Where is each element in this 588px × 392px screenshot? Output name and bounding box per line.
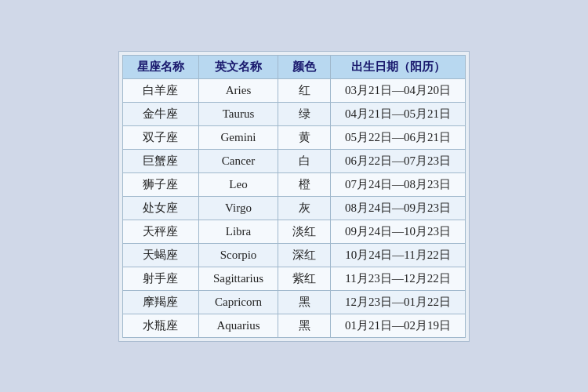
- table-header-row: 星座名称 英文名称 颜色 出生日期（阳历）: [122, 55, 465, 78]
- en-name-cell: Virgo: [198, 196, 278, 220]
- zh-name-cell: 金牛座: [122, 102, 198, 125]
- color-cell: 红: [278, 78, 331, 102]
- zh-name-cell: 天蝎座: [122, 243, 198, 267]
- date-cell: 01月21日—02月19日: [331, 314, 466, 337]
- zh-name-cell: 白羊座: [122, 78, 198, 102]
- date-cell: 06月22日—07月23日: [331, 149, 466, 172]
- en-name-cell: Taurus: [198, 102, 278, 125]
- zh-name-cell: 水瓶座: [122, 314, 198, 337]
- en-name-cell: Libra: [198, 220, 278, 243]
- en-name-cell: Aries: [198, 78, 278, 102]
- table-row: 摩羯座Capricorn黑12月23日—01月22日: [122, 290, 465, 314]
- table-row: 狮子座Leo橙07月24日—08月23日: [122, 172, 465, 196]
- zh-name-cell: 巨蟹座: [122, 149, 198, 172]
- en-name-cell: Gemini: [198, 125, 278, 149]
- color-cell: 黄: [278, 125, 331, 149]
- table-row: 双子座Gemini黄05月22日—06月21日: [122, 125, 465, 149]
- date-cell: 12月23日—01月22日: [331, 290, 466, 314]
- en-name-cell: Leo: [198, 172, 278, 196]
- zh-name-cell: 狮子座: [122, 172, 198, 196]
- date-cell: 08月24日—09月23日: [331, 196, 466, 220]
- color-cell: 深红: [278, 243, 331, 267]
- color-cell: 白: [278, 149, 331, 172]
- color-cell: 绿: [278, 102, 331, 125]
- header-date-range: 出生日期（阳历）: [331, 55, 466, 78]
- table-row: 天蝎座Scorpio深红10月24日—11月22日: [122, 243, 465, 267]
- en-name-cell: Sagittarius: [198, 267, 278, 290]
- table-row: 金牛座Taurus绿04月21日—05月21日: [122, 102, 465, 125]
- header-zh-name: 星座名称: [122, 55, 198, 78]
- table-row: 射手座Sagittarius紫红11月23日—12月22日: [122, 267, 465, 290]
- color-cell: 灰: [278, 196, 331, 220]
- zh-name-cell: 处女座: [122, 196, 198, 220]
- en-name-cell: Cancer: [198, 149, 278, 172]
- header-en-name: 英文名称: [198, 55, 278, 78]
- zh-name-cell: 摩羯座: [122, 290, 198, 314]
- date-cell: 07月24日—08月23日: [331, 172, 466, 196]
- table-row: 处女座Virgo灰08月24日—09月23日: [122, 196, 465, 220]
- color-cell: 淡红: [278, 220, 331, 243]
- en-name-cell: Scorpio: [198, 243, 278, 267]
- en-name-cell: Aquarius: [198, 314, 278, 337]
- zh-name-cell: 射手座: [122, 267, 198, 290]
- zodiac-table-container: 星座名称 英文名称 颜色 出生日期（阳历） 白羊座Aries红03月21日—04…: [118, 51, 470, 342]
- date-cell: 03月21日—04月20日: [331, 78, 466, 102]
- zh-name-cell: 双子座: [122, 125, 198, 149]
- zh-name-cell: 天秤座: [122, 220, 198, 243]
- date-cell: 04月21日—05月21日: [331, 102, 466, 125]
- en-name-cell: Capricorn: [198, 290, 278, 314]
- date-cell: 11月23日—12月22日: [331, 267, 466, 290]
- color-cell: 橙: [278, 172, 331, 196]
- color-cell: 紫红: [278, 267, 331, 290]
- header-color: 颜色: [278, 55, 331, 78]
- table-row: 巨蟹座Cancer白06月22日—07月23日: [122, 149, 465, 172]
- color-cell: 黑: [278, 290, 331, 314]
- color-cell: 黑: [278, 314, 331, 337]
- zodiac-table: 星座名称 英文名称 颜色 出生日期（阳历） 白羊座Aries红03月21日—04…: [122, 55, 466, 338]
- date-cell: 09月24日—10月23日: [331, 220, 466, 243]
- table-row: 天秤座Libra淡红09月24日—10月23日: [122, 220, 465, 243]
- date-cell: 05月22日—06月21日: [331, 125, 466, 149]
- table-row: 水瓶座Aquarius黑01月21日—02月19日: [122, 314, 465, 337]
- date-cell: 10月24日—11月22日: [331, 243, 466, 267]
- table-row: 白羊座Aries红03月21日—04月20日: [122, 78, 465, 102]
